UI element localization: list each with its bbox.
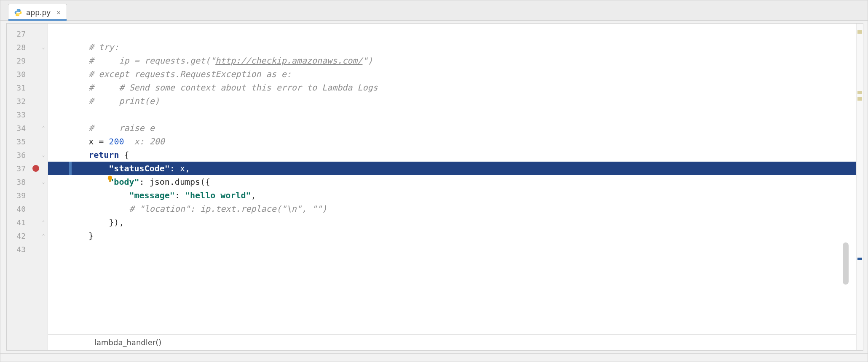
code-line: # print(e) (48, 94, 856, 108)
overview-ruler[interactable] (856, 24, 863, 350)
line-number: 41⌃ (7, 216, 48, 229)
breadcrumb[interactable]: lambda_handler() (48, 334, 856, 350)
code-line (48, 242, 856, 256)
fold-icon[interactable]: ⌄ (41, 179, 46, 184)
line-number: 32 (7, 94, 48, 108)
tab-app-py[interactable]: app.py × (8, 4, 67, 21)
line-number: 37 (7, 162, 48, 175)
line-number: 42⌃ (7, 229, 48, 242)
execution-bar (69, 162, 72, 175)
code-area[interactable]: # try: # ip = requests.get("http://check… (48, 24, 856, 350)
close-icon[interactable]: × (56, 8, 61, 16)
fold-icon[interactable]: ⌃ (41, 233, 46, 238)
line-number: 27 (7, 27, 48, 40)
fold-icon[interactable]: ⌄ (41, 45, 46, 50)
code-line: "body": json.dumps({ (48, 175, 856, 189)
status-bar (0, 353, 868, 362)
code-line: # except requests.RequestException as e: (48, 67, 856, 81)
tab-label: app.py (26, 8, 51, 17)
svg-rect-2 (109, 181, 111, 182)
fold-icon[interactable]: ⌃ (41, 125, 46, 130)
code-line: # raise e (48, 121, 856, 135)
svg-point-1 (19, 15, 20, 16)
code-line-current: "statusCode": x, (48, 162, 856, 175)
code-line: x = 200 x: 200 (48, 135, 856, 148)
ruler-selection-mark[interactable] (857, 258, 862, 260)
line-number: 40 (7, 202, 48, 216)
line-number: 29 (7, 54, 48, 67)
line-number: 43 (7, 242, 48, 256)
editor-window: app.py × 27 28⌄ 29 30 31 32 33 34⌃ 35 36… (0, 0, 868, 362)
ruler-warning-mark[interactable] (857, 97, 862, 101)
code-line: # # Send some context about this error t… (48, 81, 856, 94)
code-line (48, 27, 856, 40)
inline-hint: x: 200 (124, 136, 164, 146)
code-line (48, 108, 856, 121)
fold-icon[interactable]: ⌃ (41, 220, 46, 225)
ruler-warning-mark[interactable] (857, 30, 862, 34)
line-number: 31 (7, 81, 48, 94)
line-number: 36⌄ (7, 148, 48, 162)
code-line: # ip = requests.get("http://checkip.amaz… (48, 54, 856, 67)
svg-point-0 (16, 9, 17, 10)
code-line: } (48, 229, 856, 242)
ruler-warning-mark[interactable] (857, 91, 862, 94)
line-number: 33 (7, 108, 48, 121)
python-file-icon (13, 8, 23, 17)
gutter[interactable]: 27 28⌄ 29 30 31 32 33 34⌃ 35 36⌄ 37 38⌄ … (7, 24, 48, 350)
breakpoint-icon[interactable] (32, 165, 39, 172)
line-number: 28⌄ (7, 40, 48, 54)
line-number: 39 (7, 189, 48, 202)
line-number: 35 (7, 135, 48, 148)
code-editor[interactable]: 27 28⌄ 29 30 31 32 33 34⌃ 35 36⌄ 37 38⌄ … (6, 23, 863, 351)
code-line: # try: (48, 40, 856, 54)
vertical-scrollbar[interactable] (843, 242, 849, 285)
line-number: 34⌃ (7, 121, 48, 135)
tab-bar: app.py × (0, 0, 868, 21)
line-number: 38⌄ (7, 175, 48, 189)
code-line: "message": "hello world", (48, 189, 856, 202)
code-line: return { (48, 148, 856, 162)
fold-icon[interactable]: ⌄ (41, 152, 46, 157)
lightbulb-icon[interactable] (56, 165, 63, 172)
code-line: }), (48, 216, 856, 229)
code-line: # "location": ip.text.replace("\n", "") (48, 202, 856, 216)
line-number: 30 (7, 67, 48, 81)
